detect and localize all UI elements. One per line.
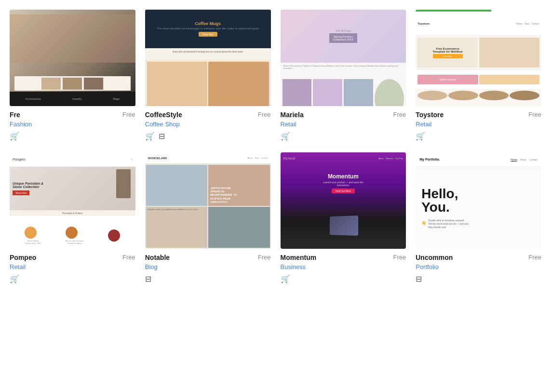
- card-category-mariela[interactable]: Retail: [281, 121, 406, 128]
- card-name-mariela: Mariela: [281, 111, 304, 119]
- cart-icon-momentum[interactable]: 🛒: [281, 274, 290, 284]
- card-category-fre[interactable]: Fashion: [10, 121, 135, 128]
- card-icons-mariela: 🛒: [281, 132, 406, 141]
- card-category-momentum[interactable]: Business: [281, 263, 406, 270]
- card-icons-notable: ⊟: [145, 274, 271, 284]
- card-name-pompeo: Pompeo: [10, 254, 36, 261]
- card-pompeo: Pompeo ☰ Unique Porcelain &Stone Collect…: [10, 152, 135, 284]
- card-info-pompeo: Pompeo Free: [10, 254, 135, 261]
- card-info-uncommon: Uncommon Free: [416, 254, 541, 261]
- card-name-coffeestyle: CoffeeStyle: [145, 111, 182, 119]
- card-category-notable[interactable]: Blog: [145, 263, 271, 270]
- card-icons-coffeestyle: 🛒 ⊟: [145, 132, 271, 141]
- cart-icon-toystore[interactable]: 🛒: [416, 132, 425, 141]
- card-uncommon: My Portfolio. Home About Contact Hello,Y…: [416, 152, 541, 284]
- cart-icon-pompeo[interactable]: 🛒: [10, 274, 19, 284]
- cart-icon-coffeestyle[interactable]: 🛒: [145, 132, 155, 141]
- card-notable: NOSICELAND About Store Contact JAPAN HOU…: [145, 152, 271, 284]
- template-grid: Perfect eCommerce WebflowTemplate to Get…: [10, 10, 541, 284]
- card-badge-toystore: Free: [528, 111, 541, 118]
- card-info-momentum: Momentum Free: [281, 254, 406, 261]
- card-badge-mariela: Free: [393, 111, 406, 118]
- card-coffeestyle: Coffee Mugs The most versatile hot bever…: [145, 10, 271, 141]
- card-mariela: TOP NOTICIA Spring FashionCollection 201…: [281, 10, 406, 141]
- card-toystore: Toystore Home Toys Contact Free Ecommerc…: [416, 10, 541, 141]
- card-badge-uncommon: Free: [528, 254, 541, 261]
- stack-icon-notable[interactable]: ⊟: [145, 274, 151, 284]
- card-category-toystore[interactable]: Retail: [416, 121, 541, 128]
- card-badge-notable: Free: [258, 254, 271, 261]
- thumbnail-pompeo[interactable]: Pompeo ☰ Unique Porcelain &Stone Collect…: [10, 152, 135, 249]
- card-badge-pompeo: Free: [122, 254, 135, 261]
- card-name-fre: Fre: [10, 111, 20, 119]
- card-badge-coffeestyle: Free: [258, 111, 271, 118]
- card-info-notable: Notable Free: [145, 254, 271, 261]
- stack-icon-uncommon[interactable]: ⊟: [416, 274, 422, 284]
- card-icons-uncommon: ⊟: [416, 274, 541, 284]
- thumbnail-coffeestyle[interactable]: Coffee Mugs The most versatile hot bever…: [145, 10, 271, 106]
- card-icons-toystore: 🛒: [416, 132, 541, 141]
- thumbnail-uncommon[interactable]: My Portfolio. Home About Contact Hello,Y…: [416, 152, 541, 249]
- thumbnail-toystore[interactable]: Toystore Home Toys Contact Free Ecommerc…: [416, 10, 541, 106]
- thumbnail-momentum[interactable]: Richerd About Features Try it free Momen…: [281, 152, 406, 249]
- card-info-mariela: Mariela Free: [281, 111, 406, 119]
- card-info-fre: Fre Free: [10, 111, 135, 119]
- card-name-notable: Notable: [145, 254, 170, 261]
- card-fre: Perfect eCommerce WebflowTemplate to Get…: [10, 10, 135, 141]
- card-badge-momentum: Free: [393, 254, 406, 261]
- card-icons-fre: 🛒: [10, 132, 135, 141]
- card-momentum: Richerd About Features Try it free Momen…: [281, 152, 406, 284]
- cart-icon-mariela[interactable]: 🛒: [281, 132, 290, 141]
- card-info-coffeestyle: CoffeeStyle Free: [145, 111, 271, 119]
- card-icons-pompeo: 🛒: [10, 274, 135, 284]
- card-category-uncommon[interactable]: Portfolio: [416, 263, 541, 270]
- card-name-momentum: Momentum: [281, 254, 317, 261]
- card-name-uncommon: Uncommon: [416, 254, 453, 261]
- thumbnail-mariela[interactable]: TOP NOTICIA Spring FashionCollection 201…: [281, 10, 406, 106]
- cart-icon-fre[interactable]: 🛒: [10, 132, 19, 141]
- thumbnail-fre[interactable]: Perfect eCommerce WebflowTemplate to Get…: [10, 10, 135, 106]
- thumbnail-notable[interactable]: NOSICELAND About Store Contact JAPAN HOU…: [145, 152, 271, 249]
- card-info-toystore: Toystore Free: [416, 111, 541, 119]
- card-badge-fre: Free: [122, 111, 135, 118]
- stack-icon-coffeestyle[interactable]: ⊟: [159, 132, 165, 141]
- card-category-pompeo[interactable]: Retail: [10, 263, 135, 270]
- card-icons-momentum: 🛒: [281, 274, 406, 284]
- card-category-coffeestyle[interactable]: Coffee Shop: [145, 121, 271, 128]
- card-name-toystore: Toystore: [416, 111, 443, 119]
